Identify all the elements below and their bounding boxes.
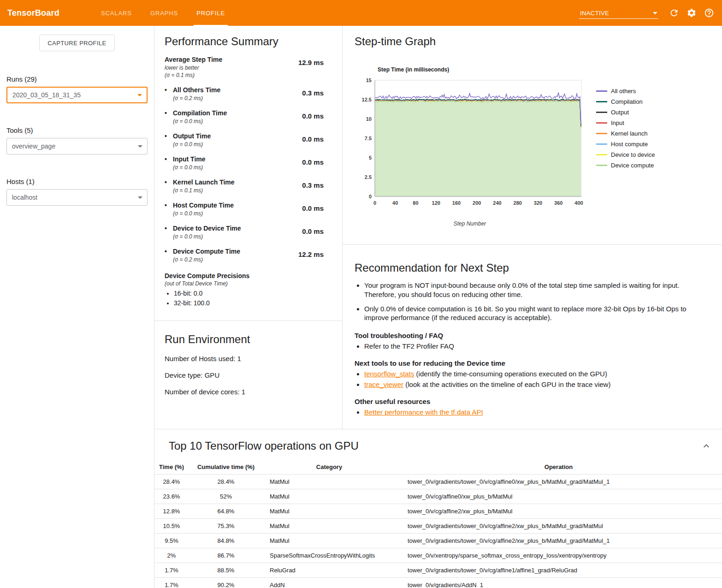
average-step-time-row: Average Step Time lower is better (σ = 0…: [165, 56, 324, 78]
table-cell: 88.5%: [189, 563, 263, 578]
table-cell: ReluGrad: [263, 563, 395, 578]
help-icon: [704, 8, 714, 18]
table-cell: tower_0/v/gradients/tower_0/v/cg/affine2…: [395, 534, 722, 548]
sub-section-item: tensorflow_stats (identify the time-cons…: [364, 370, 711, 378]
sub-section-heading: Next tools to use for reducing the Devic…: [355, 359, 711, 367]
svg-text:200: 200: [473, 200, 481, 206]
metric-label: Compilation Time: [173, 109, 227, 117]
svg-text:7.5: 7.5: [365, 136, 372, 141]
table-cell: tower_0/v/cg/affine2/xw_plus_b/MatMul: [395, 504, 722, 519]
sub-section-list: Better performance with the tf.data API: [364, 408, 711, 416]
metric-row: •All Others Time(σ = 0.2 ms)0.3 ms: [165, 86, 324, 101]
bullet: •: [165, 132, 173, 148]
tab-scalars[interactable]: SCALARS: [92, 0, 141, 26]
collapse-section-button[interactable]: [701, 440, 712, 451]
table-row: 10.5%75.3%MatMultower_0/v/gradients/towe…: [154, 519, 722, 534]
refresh-button[interactable]: [669, 7, 680, 18]
metric-label: Device to Device Time: [173, 225, 241, 232]
app-title: TensorBoard: [0, 0, 71, 26]
legend-label: Device to device: [611, 151, 655, 158]
metric-sigma: (σ = 0.1 ms): [165, 72, 222, 78]
column-header: Time (%): [154, 460, 189, 475]
reload-status-select[interactable]: INACTIVE: [579, 7, 658, 19]
runs-select[interactable]: 2020_03_05_18_31_35: [6, 87, 148, 103]
table-row: 23.6%52%MatMultower_0/v/cg/affine0/xw_pl…: [154, 489, 722, 504]
svg-text:0: 0: [369, 194, 372, 199]
tab-graphs[interactable]: GRAPHS: [141, 0, 187, 26]
table-row: 1.7%88.5%ReluGradtower_0/v/gradients/tow…: [154, 563, 722, 578]
svg-text:12.5: 12.5: [362, 97, 372, 102]
svg-text:15: 15: [366, 77, 372, 83]
legend-swatch: [596, 112, 607, 113]
step-time-chart: 02.557.51012.515040801201602002402803203…: [355, 76, 585, 215]
table-cell: 28.4%: [154, 475, 189, 489]
table-cell: 28.4%: [189, 475, 263, 489]
link-description: (look at the activities on the timeline …: [403, 380, 610, 388]
table-cell: MatMul: [263, 534, 395, 548]
table-cell: tower_0/v/cg/affine0/xw_plus_b/MatMul: [395, 489, 722, 504]
chevron-down-icon: [137, 94, 142, 96]
svg-text:10: 10: [366, 116, 372, 122]
link[interactable]: trace_viewer: [364, 380, 403, 388]
top-ops-title: Top 10 TensorFlow operations on GPU: [169, 440, 359, 452]
legend-item: Output: [596, 109, 655, 116]
legend-item: Kernel launch: [596, 130, 655, 137]
top-ops-header: Top 10 TensorFlow operations on GPU: [154, 429, 722, 460]
svg-text:280: 280: [514, 200, 522, 206]
metric-left: •All Others Time(σ = 0.2 ms): [165, 86, 220, 101]
bullet: •: [165, 178, 173, 194]
table-cell: 23.6%: [154, 489, 189, 504]
chart-title: Step Time (in milliseconds): [378, 66, 711, 73]
table-body: 28.4%28.4%MatMultower_0/v/gradients/towe…: [154, 475, 722, 588]
table-cell: 84.8%: [189, 534, 263, 548]
performance-summary-title: Performance Summary: [165, 35, 324, 48]
precision-item: 32-bit: 100.0: [174, 299, 324, 307]
bullet: •: [165, 155, 173, 171]
table-cell: AddN: [263, 578, 395, 588]
legend-swatch: [596, 101, 607, 102]
svg-text:40: 40: [392, 200, 398, 206]
table-cell: 12.8%: [154, 504, 189, 519]
help-button[interactable]: [704, 7, 715, 18]
capture-profile-button[interactable]: CAPTURE PROFILE: [39, 35, 115, 51]
metric-value: 0.0 ms: [302, 112, 324, 120]
table-cell: 2%: [154, 548, 189, 563]
metric-left: •Kernel Launch Time(σ = 0.1 ms): [165, 178, 235, 194]
chevron-down-icon: [138, 196, 142, 199]
environment-line: Device type: GPU: [165, 371, 324, 379]
svg-text:0: 0: [373, 200, 376, 206]
metric-text: Device to Device Time(σ = 0.0 ms): [173, 225, 241, 240]
hosts-select-value: localhost: [12, 194, 37, 201]
step-time-graph-title: Step-time Graph: [355, 35, 711, 48]
column-header: Cumulative time (%): [189, 460, 263, 475]
table-cell: 10.5%: [154, 519, 189, 534]
recommendation-bullets: Your program is NOT input-bound because …: [364, 281, 711, 322]
metric-text: Device Compute Time(σ = 0.2 ms): [173, 248, 240, 263]
tab-profile[interactable]: PROFILE: [187, 0, 234, 26]
sub-section-heading: Other useful resources: [355, 398, 711, 405]
metric-left: •Output Time(σ = 0.0 ms): [165, 132, 211, 148]
metric-value: 0.3 ms: [302, 89, 324, 97]
metric-text: Host Compute Time(σ = 0.0 ms): [173, 202, 234, 217]
legend-label: Compilation: [611, 98, 643, 105]
chevron-down-icon: [138, 145, 142, 148]
svg-text:320: 320: [534, 200, 542, 206]
table-row: 1.7%90.2%AddNtower_0/v/gradients/AddN_1: [154, 578, 722, 588]
metric-value: 12.2 ms: [298, 250, 324, 258]
link[interactable]: tensorflow_stats: [364, 370, 414, 378]
metric-label: Device Compute Time: [173, 248, 240, 255]
hosts-label: Hosts (1): [6, 178, 148, 185]
metric-row: •Output Time(σ = 0.0 ms)0.0 ms: [165, 132, 324, 148]
settings-button[interactable]: [686, 7, 697, 18]
bullet: •: [165, 202, 173, 217]
sub-section-item: trace_viewer (look at the activities on …: [364, 380, 711, 388]
recommendation-bullet: Your program is NOT input-bound because …: [364, 281, 711, 299]
bullet: •: [165, 225, 173, 240]
sub-section-list: tensorflow_stats (identify the time-cons…: [364, 370, 711, 388]
hosts-select[interactable]: localhost: [6, 189, 148, 206]
table-cell: MatMul: [263, 519, 395, 534]
tools-select[interactable]: overview_page: [6, 138, 148, 154]
link[interactable]: Better performance with the tf.data API: [364, 408, 483, 416]
table-row: 9.5%84.8%MatMultower_0/v/gradients/tower…: [154, 534, 722, 548]
divider: [343, 244, 722, 245]
